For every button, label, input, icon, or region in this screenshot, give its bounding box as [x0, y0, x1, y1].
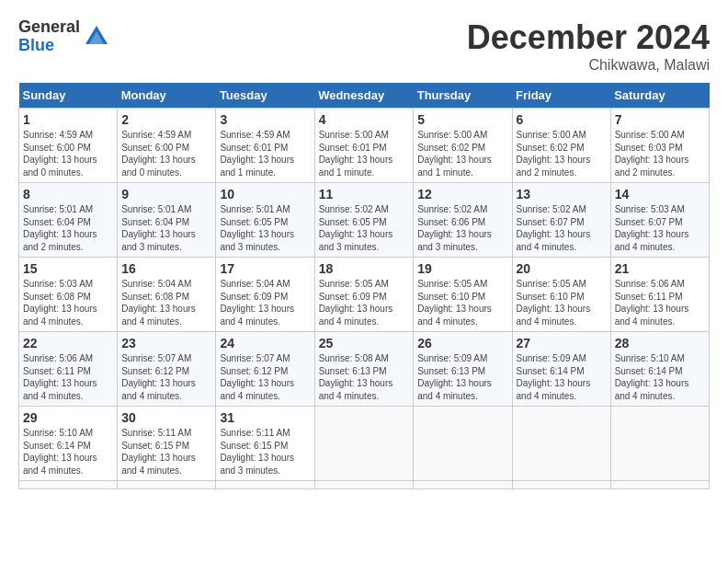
day-info: Sunrise: 5:06 AM Sunset: 6:11 PM Dayligh… — [23, 352, 113, 402]
day-info: Sunrise: 5:01 AM Sunset: 6:04 PM Dayligh… — [121, 203, 211, 253]
day-info: Sunrise: 5:09 AM Sunset: 6:14 PM Dayligh… — [517, 352, 607, 402]
calendar-cell — [216, 481, 314, 489]
calendar-cell: 29 Sunrise: 5:10 AM Sunset: 6:14 PM Dayl… — [19, 407, 118, 481]
calendar-cell: 18 Sunrise: 5:05 AM Sunset: 6:09 PM Dayl… — [314, 258, 414, 332]
day-number: 15 — [23, 261, 113, 276]
day-info: Sunrise: 5:03 AM Sunset: 6:07 PM Dayligh… — [615, 203, 705, 253]
day-number: 14 — [615, 187, 705, 201]
day-info: Sunrise: 5:07 AM Sunset: 6:12 PM Dayligh… — [121, 352, 211, 402]
calendar-cell — [314, 407, 414, 481]
day-number: 24 — [220, 336, 310, 350]
day-info: Sunrise: 4:59 AM Sunset: 6:00 PM Dayligh… — [23, 129, 113, 178]
header-wednesday: Wednesday — [314, 83, 414, 109]
day-number: 19 — [417, 261, 507, 276]
calendar-cell: 11 Sunrise: 5:02 AM Sunset: 6:05 PM Dayl… — [314, 183, 414, 258]
day-number: 11 — [319, 187, 410, 201]
day-number: 8 — [23, 187, 113, 201]
calendar-cell: 25 Sunrise: 5:08 AM Sunset: 6:13 PM Dayl… — [314, 332, 414, 407]
day-info: Sunrise: 5:10 AM Sunset: 6:14 PM Dayligh… — [615, 352, 705, 402]
calendar-cell: 6 Sunrise: 5:00 AM Sunset: 6:02 PM Dayli… — [512, 109, 610, 183]
day-info: Sunrise: 5:04 AM Sunset: 6:09 PM Dayligh… — [220, 278, 310, 327]
day-info: Sunrise: 5:09 AM Sunset: 6:13 PM Dayligh… — [417, 352, 507, 402]
calendar-table: Sunday Monday Tuesday Wednesday Thursday… — [18, 83, 710, 489]
day-info: Sunrise: 5:05 AM Sunset: 6:09 PM Dayligh… — [319, 278, 410, 327]
calendar-header-row: Sunday Monday Tuesday Wednesday Thursday… — [19, 83, 710, 109]
calendar-cell — [512, 407, 610, 481]
day-number: 23 — [121, 336, 211, 350]
calendar-cell — [610, 407, 709, 481]
day-number: 6 — [517, 112, 607, 127]
location: Chikwawa, Malawi — [467, 57, 710, 74]
day-number: 21 — [615, 261, 705, 276]
header-tuesday: Tuesday — [216, 83, 314, 109]
page-header: General Blue December 2024 Chikwawa, Mal… — [18, 18, 710, 74]
day-info: Sunrise: 5:08 AM Sunset: 6:13 PM Dayligh… — [319, 352, 410, 402]
calendar-row: 22 Sunrise: 5:06 AM Sunset: 6:11 PM Dayl… — [19, 332, 710, 407]
header-sunday: Sunday — [19, 83, 118, 109]
logo-blue: Blue — [18, 37, 80, 55]
day-number: 20 — [517, 261, 607, 276]
day-info: Sunrise: 4:59 AM Sunset: 6:01 PM Dayligh… — [220, 129, 310, 178]
calendar-cell — [610, 481, 709, 489]
day-number: 31 — [220, 410, 310, 425]
calendar-row: 29 Sunrise: 5:10 AM Sunset: 6:14 PM Dayl… — [19, 407, 710, 481]
calendar-cell — [19, 481, 118, 489]
logo: General Blue — [18, 18, 109, 55]
calendar-cell: 5 Sunrise: 5:00 AM Sunset: 6:02 PM Dayli… — [414, 109, 512, 183]
header-saturday: Saturday — [610, 83, 709, 109]
day-info: Sunrise: 5:11 AM Sunset: 6:15 PM Dayligh… — [121, 427, 211, 477]
calendar-cell: 4 Sunrise: 5:00 AM Sunset: 6:01 PM Dayli… — [314, 109, 414, 183]
day-number: 12 — [417, 187, 507, 201]
day-info: Sunrise: 5:00 AM Sunset: 6:01 PM Dayligh… — [319, 129, 410, 178]
calendar-row: 1 Sunrise: 4:59 AM Sunset: 6:00 PM Dayli… — [19, 109, 710, 183]
header-monday: Monday — [118, 83, 216, 109]
day-info: Sunrise: 4:59 AM Sunset: 6:00 PM Dayligh… — [121, 129, 211, 178]
day-info: Sunrise: 5:02 AM Sunset: 6:05 PM Dayligh… — [319, 203, 410, 253]
calendar-cell: 15 Sunrise: 5:03 AM Sunset: 6:08 PM Dayl… — [19, 258, 118, 332]
calendar-cell: 3 Sunrise: 4:59 AM Sunset: 6:01 PM Dayli… — [216, 109, 314, 183]
calendar-cell: 1 Sunrise: 4:59 AM Sunset: 6:00 PM Dayli… — [19, 109, 118, 183]
calendar-cell: 30 Sunrise: 5:11 AM Sunset: 6:15 PM Dayl… — [118, 407, 216, 481]
month-title: December 2024 — [467, 18, 710, 57]
day-info: Sunrise: 5:04 AM Sunset: 6:08 PM Dayligh… — [121, 278, 211, 327]
day-info: Sunrise: 5:02 AM Sunset: 6:06 PM Dayligh… — [417, 203, 507, 253]
calendar-cell: 7 Sunrise: 5:00 AM Sunset: 6:03 PM Dayli… — [610, 109, 709, 183]
day-info: Sunrise: 5:03 AM Sunset: 6:08 PM Dayligh… — [23, 278, 113, 327]
calendar-cell: 10 Sunrise: 5:01 AM Sunset: 6:05 PM Dayl… — [216, 183, 314, 258]
calendar-cell: 12 Sunrise: 5:02 AM Sunset: 6:06 PM Dayl… — [414, 183, 512, 258]
calendar-cell: 21 Sunrise: 5:06 AM Sunset: 6:11 PM Dayl… — [610, 258, 709, 332]
calendar-cell: 16 Sunrise: 5:04 AM Sunset: 6:08 PM Dayl… — [118, 258, 216, 332]
day-info: Sunrise: 5:02 AM Sunset: 6:07 PM Dayligh… — [517, 203, 607, 253]
title-section: December 2024 Chikwawa, Malawi — [467, 18, 710, 74]
calendar-cell — [512, 481, 610, 489]
day-info: Sunrise: 5:01 AM Sunset: 6:04 PM Dayligh… — [23, 203, 113, 253]
calendar-cell: 31 Sunrise: 5:11 AM Sunset: 6:15 PM Dayl… — [216, 407, 314, 481]
day-info: Sunrise: 5:01 AM Sunset: 6:05 PM Dayligh… — [220, 203, 310, 253]
logo-icon — [84, 24, 109, 50]
calendar-cell: 22 Sunrise: 5:06 AM Sunset: 6:11 PM Dayl… — [19, 332, 118, 407]
day-info: Sunrise: 5:10 AM Sunset: 6:14 PM Dayligh… — [23, 427, 113, 477]
day-number: 26 — [417, 336, 507, 350]
calendar-cell: 19 Sunrise: 5:05 AM Sunset: 6:10 PM Dayl… — [414, 258, 512, 332]
calendar-cell — [414, 407, 512, 481]
calendar-cell: 14 Sunrise: 5:03 AM Sunset: 6:07 PM Dayl… — [610, 183, 709, 258]
day-number: 2 — [121, 112, 211, 127]
calendar-row — [19, 481, 710, 489]
calendar-cell: 23 Sunrise: 5:07 AM Sunset: 6:12 PM Dayl… — [118, 332, 216, 407]
calendar-cell: 2 Sunrise: 4:59 AM Sunset: 6:00 PM Dayli… — [118, 109, 216, 183]
day-number: 28 — [615, 336, 705, 350]
day-number: 13 — [517, 187, 607, 201]
day-info: Sunrise: 5:11 AM Sunset: 6:15 PM Dayligh… — [220, 427, 310, 477]
day-number: 16 — [121, 261, 211, 276]
day-number: 29 — [23, 410, 113, 425]
day-info: Sunrise: 5:07 AM Sunset: 6:12 PM Dayligh… — [220, 352, 310, 402]
day-number: 7 — [615, 112, 705, 127]
day-number: 1 — [23, 112, 113, 127]
day-number: 9 — [121, 187, 211, 201]
day-number: 4 — [319, 112, 410, 127]
calendar-row: 8 Sunrise: 5:01 AM Sunset: 6:04 PM Dayli… — [19, 183, 710, 258]
day-number: 3 — [220, 112, 310, 127]
day-info: Sunrise: 5:00 AM Sunset: 6:02 PM Dayligh… — [517, 129, 607, 178]
day-info: Sunrise: 5:00 AM Sunset: 6:02 PM Dayligh… — [417, 129, 507, 178]
calendar-cell: 24 Sunrise: 5:07 AM Sunset: 6:12 PM Dayl… — [216, 332, 314, 407]
